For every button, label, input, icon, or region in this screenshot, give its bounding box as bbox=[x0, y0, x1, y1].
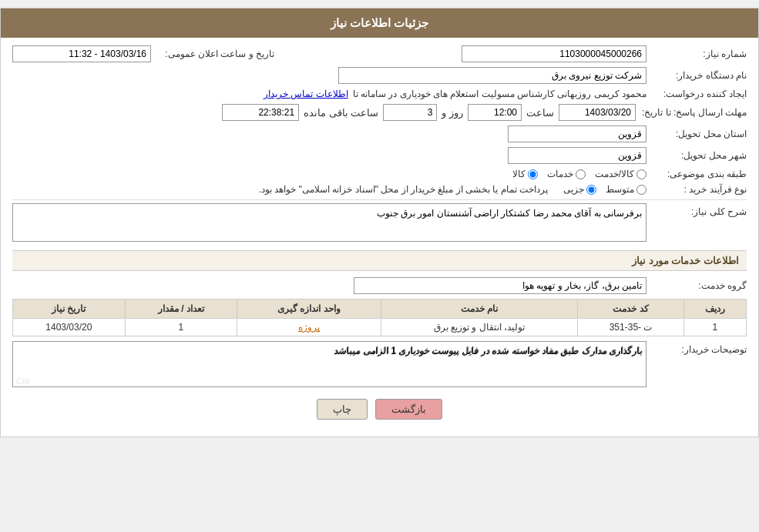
td-vahed[interactable]: پروژه bbox=[237, 319, 381, 336]
label-saat: ساعت bbox=[526, 107, 554, 119]
td-tarikh: 1403/03/20 bbox=[13, 319, 126, 336]
label-tabaqe: طبقه بندی موضوعی: bbox=[646, 169, 747, 179]
radio-item-khadamat[interactable]: خدمات bbox=[547, 169, 586, 179]
th-vahed: واحد اندازه گیری bbox=[237, 299, 381, 319]
row-shomare-niaz: شماره نیاز: تاریخ و ساعت اعلان عمومی: bbox=[12, 45, 747, 62]
input-shahr[interactable] bbox=[508, 147, 646, 164]
th-radif: ردیف bbox=[683, 299, 746, 319]
radio-jozi[interactable] bbox=[586, 185, 596, 195]
page-container: جزئیات اطلاعات نیاز شماره نیاز: تاریخ و … bbox=[0, 8, 759, 437]
input-tarikh-ilan[interactable] bbox=[12, 45, 151, 62]
text-towzih-value: بارگذاری مدارک طبق مفاد خواسته شده در فا… bbox=[334, 345, 643, 356]
input-nam-dastgah[interactable] bbox=[338, 67, 646, 84]
label-noe-farayand: نوع فرآیند خرید : bbox=[646, 184, 747, 195]
divider1 bbox=[12, 199, 747, 200]
row-group-khadamat: گروه خدمت: bbox=[12, 277, 747, 294]
input-group-khadamat[interactable] bbox=[354, 277, 646, 294]
label-nam-dastgah: نام دستگاه خریدار: bbox=[646, 70, 747, 81]
radio-mottaset[interactable] bbox=[636, 185, 646, 195]
btn-chap[interactable]: چاپ bbox=[317, 399, 368, 420]
col-text: Col bbox=[16, 376, 29, 386]
buttons-row: بازگشت چاپ bbox=[12, 399, 747, 420]
radio-item-kala-khadamat[interactable]: کالا/خدمت bbox=[595, 169, 646, 179]
section-title-khadamat: اطلاعات خدمات مورد نیاز bbox=[12, 250, 747, 271]
content-area: شماره نیاز: تاریخ و ساعت اعلان عمومی: نا… bbox=[1, 38, 758, 437]
row-shahr: شهر محل تحویل: bbox=[12, 147, 747, 164]
sharh-koli-area: <span data-bind="fields.sharhKoli_value"… bbox=[12, 203, 646, 244]
th-nam-khadamat: نام خدمت bbox=[381, 299, 578, 319]
radio-group-tabaqe: کالا/خدمت خدمات کالا bbox=[512, 169, 646, 179]
radio-kala[interactable] bbox=[528, 169, 538, 179]
label-mottaset: متوسط bbox=[606, 184, 634, 195]
khadamat-table: ردیف کد خدمت نام خدمت واحد اندازه گیری ت… bbox=[12, 299, 747, 336]
table-row: 1 ت -35-351 تولید، انتقال و توزیع برق پر… bbox=[13, 319, 747, 336]
row-tabaqe: طبقه بندی موضوعی: کالا/خدمت خدمات کالا bbox=[12, 169, 747, 179]
btn-bazgasht[interactable]: بازگشت bbox=[375, 399, 442, 420]
th-kod-khadamat: کد خدمت bbox=[578, 299, 683, 319]
label-shomare-niaz: شماره نیاز: bbox=[646, 49, 747, 59]
label-kala-khadamat: کالا/خدمت bbox=[595, 169, 634, 179]
label-mohlat: مهلت ارسال پاسخ: تا تاریخ: bbox=[636, 107, 747, 118]
input-shomare-niaz[interactable] bbox=[462, 45, 646, 62]
row-ostan: استان محل تحویل: bbox=[12, 125, 747, 142]
label-tarikh-ilan: تاریخ و ساعت اعلان عمومی: bbox=[151, 49, 274, 59]
label-kala: کالا bbox=[512, 169, 526, 179]
row-ijad-konande: ایجاد کننده درخواست: محمود کریمی روزبهان… bbox=[12, 89, 747, 99]
table-header-row: ردیف کد خدمت نام خدمت واحد اندازه گیری ت… bbox=[13, 299, 747, 319]
purchase-row: متوسط جزیی پرداخت تمام یا بخشی از مبلغ خ… bbox=[259, 184, 646, 195]
text-noe-farayand-desc: پرداخت تمام یا بخشی از مبلغ خریدار از مح… bbox=[259, 184, 548, 195]
td-radif: 1 bbox=[683, 319, 746, 336]
label-group-khadamat: گروه خدمت: bbox=[646, 280, 747, 291]
td-kod-khadamat: ت -35-351 bbox=[578, 319, 683, 336]
page-header: جزئیات اطلاعات نیاز bbox=[1, 8, 758, 38]
header-title: جزئیات اطلاعات نیاز bbox=[331, 16, 428, 29]
input-mohlat-roz[interactable] bbox=[383, 104, 437, 121]
input-mohlat-saat[interactable] bbox=[468, 104, 522, 121]
text-ijad-konande: محمود کریمی روزبهانی کارشناس مسولیت استع… bbox=[353, 89, 646, 99]
radio-item-jozi[interactable]: جزیی bbox=[563, 184, 596, 195]
label-ijad-konande: ایجاد کننده درخواست: bbox=[646, 89, 747, 99]
textarea-sharh-koli[interactable]: <span data-bind="fields.sharhKoli_value"… bbox=[12, 203, 646, 242]
td-nam-khadamat: تولید، انتقال و توزیع برق bbox=[381, 319, 578, 336]
radio-item-mottaset[interactable]: متوسط bbox=[606, 184, 646, 195]
label-mande: ساعت باقی مانده bbox=[304, 107, 378, 119]
link-tamas-khardar[interactable]: اطلاعات تماس خریدار bbox=[264, 89, 348, 99]
radio-item-kala[interactable]: کالا bbox=[512, 169, 538, 179]
label-jozi: جزیی bbox=[563, 184, 584, 195]
label-towzih: توضیحات خریدار: bbox=[646, 341, 747, 355]
row-noe-farayand: نوع فرآیند خرید : متوسط جزیی پرداخت تمام… bbox=[12, 184, 747, 195]
label-sharh-koli: شرح کلی نیاز: bbox=[646, 203, 747, 217]
row-towzih: توضیحات خریدار: بارگذاری مدارک طبق مفاد … bbox=[12, 341, 747, 390]
label-roz: روز و bbox=[442, 107, 463, 119]
label-ostan: استان محل تحویل: bbox=[646, 129, 747, 139]
input-ostan[interactable] bbox=[508, 125, 646, 142]
towzih-area: بارگذاری مدارک طبق مفاد خواسته شده در فا… bbox=[12, 341, 646, 390]
label-khadamat: خدمات bbox=[547, 169, 573, 179]
radio-kala-khadamat[interactable] bbox=[636, 169, 646, 179]
row-sharh-koli: شرح کلی نیاز: <span data-bind="fields.sh… bbox=[12, 203, 747, 244]
th-tarikh: تاریخ نیاز bbox=[13, 299, 126, 319]
row-nam-dastgah: نام دستگاه خریدار: bbox=[12, 67, 747, 84]
td-tedad: 1 bbox=[125, 319, 237, 336]
label-shahr: شهر محل تحویل: bbox=[646, 150, 747, 161]
th-tedad: تعداد / مقدار bbox=[125, 299, 237, 319]
row-mohlat: مهلت ارسال پاسخ: تا تاریخ: ساعت روز و سا… bbox=[12, 104, 747, 121]
radio-khadamat[interactable] bbox=[576, 169, 586, 179]
input-mohlat-mande[interactable] bbox=[222, 104, 299, 121]
input-mohlat-date[interactable] bbox=[559, 104, 636, 121]
table-container: ردیف کد خدمت نام خدمت واحد اندازه گیری ت… bbox=[12, 299, 747, 336]
